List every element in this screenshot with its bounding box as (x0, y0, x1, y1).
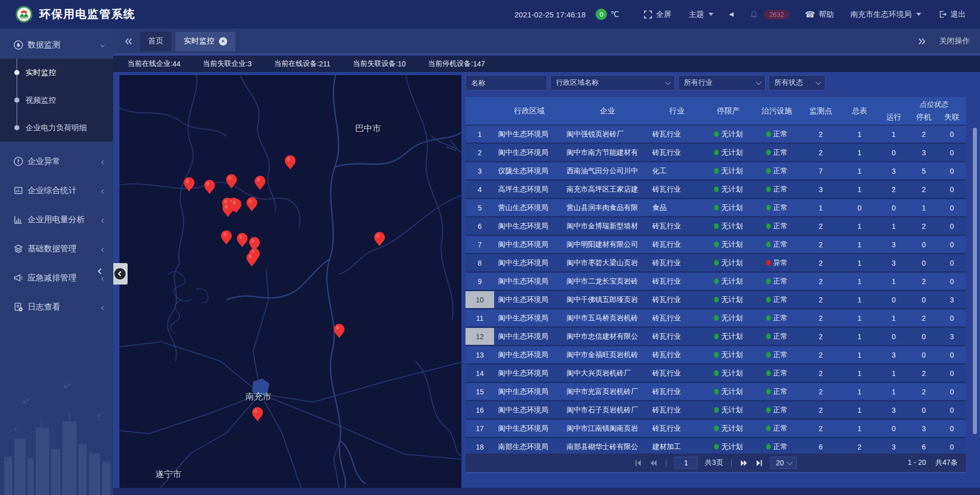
cell-industry: 砖瓦行业 (650, 420, 703, 437)
logout-button[interactable]: 退出 (939, 10, 966, 19)
cell-lost: 0 (938, 310, 966, 326)
sidebar-item-emergency-reduction[interactable]: 应急减排管理 (0, 264, 113, 292)
table-row[interactable]: 5营山生态环境局营山县润丰肉食品有限食品无计划正常10010 (465, 199, 966, 218)
map-marker-pin[interactable] (255, 176, 265, 190)
tab-home[interactable]: 首页 (140, 32, 172, 51)
sidebar-item-basic-data[interactable]: 基础数据管理 (0, 235, 113, 263)
map-collapse-button[interactable] (112, 263, 128, 285)
table-row[interactable]: 12阆中生态环境局阆中市忠信建材有限公砖瓦行业无计划正常21003 (465, 328, 966, 346)
cell-production-status: 无计划 (703, 310, 753, 326)
normal-dot-icon (714, 352, 719, 358)
page-number-input[interactable] (674, 457, 698, 469)
sidebar-item-electricity-analysis[interactable]: 企业用电量分析 (0, 206, 113, 233)
map-marker-pin[interactable] (247, 252, 257, 267)
table-row[interactable]: 7阆中生态环境局阆中明阳建材有限公司砖瓦行业无计划正常21300 (465, 236, 966, 254)
map-marker-pin[interactable] (223, 203, 233, 217)
table-row[interactable]: 2阆中生态环境局阆中市南方节能建材有砖瓦行业无计划正常21030 (465, 144, 966, 162)
tab-realtime-monitoring[interactable]: 实时监控 ✕ (176, 32, 235, 51)
cell-production-status: 无计划 (703, 162, 753, 179)
map-marker-pin[interactable] (285, 155, 296, 170)
name-filter-input[interactable] (471, 79, 542, 87)
map-marker-pin[interactable] (237, 233, 248, 247)
previous-page-button[interactable] (649, 459, 658, 467)
industry-filter-select[interactable]: 所有行业 (678, 75, 766, 90)
first-page-button[interactable] (634, 459, 642, 467)
status-filter-select[interactable]: 所有状态 (769, 75, 825, 90)
table-row[interactable]: 8阆中生态环境局阆中市枣碧大梁山页岩砖瓦行业无计划异常21300 (465, 254, 966, 273)
brand: 环保用电监管系统 (0, 6, 135, 23)
table-row[interactable]: 16阆中生态环境局阆中市石子页岩机砖厂砖瓦行业无计划正常21300 (465, 402, 966, 420)
normal-dot-icon (766, 315, 771, 321)
cell-points: 2 (800, 144, 841, 161)
map-marker-pin[interactable] (184, 177, 194, 192)
cell-points: 2 (800, 236, 841, 253)
layers-icon (13, 244, 23, 254)
cell-run: 0 (878, 199, 910, 216)
theme-menu[interactable]: 主题 (689, 10, 714, 19)
help-button[interactable]: ☎ 帮助 (805, 10, 834, 19)
close-operations-button[interactable]: 关闭操作 (939, 36, 970, 46)
chevron-down-icon (787, 459, 793, 465)
cell-lost: 0 (938, 402, 966, 418)
table-row[interactable]: 18南部生态环境局南部县砌华士砖有限公建材加工无计划正常62360 (465, 438, 966, 454)
sidebar-item-log-view[interactable]: 日志查看 (0, 293, 113, 321)
map-marker-pin[interactable] (247, 197, 257, 211)
sound-button[interactable] (729, 11, 737, 18)
cell-stop: 3 (910, 144, 938, 161)
map-marker-pin[interactable] (334, 324, 345, 338)
next-page-button[interactable] (740, 459, 748, 467)
sidebar-item-enterprise-statistics[interactable]: 企业综合统计 (0, 177, 113, 204)
normal-dot-icon (714, 242, 719, 247)
cell-facility-status: 正常 (753, 438, 800, 454)
cell-run: 3 (878, 236, 910, 253)
table-row[interactable]: 14阆中生态环境局阆中大兴页岩机砖厂砖瓦行业无计划正常21120 (465, 365, 966, 383)
stat-value: 147 (473, 60, 485, 68)
cell-production-status: 无计划 (703, 144, 753, 161)
table-row[interactable]: 4高坪生态环境局南充市高坪区王家店建砖瓦行业无计划正常31220 (465, 181, 966, 199)
cell-region: 阆中生态环境局 (494, 328, 565, 345)
table-row[interactable]: 17阆中生态环境局阆中市江南镇阆南页岩砖瓦行业无计划正常21030 (465, 420, 966, 438)
cell-region: 阆中生态环境局 (494, 218, 565, 234)
table-scrollbar[interactable] (973, 128, 977, 434)
tabs-scroll-left-button[interactable] (125, 38, 133, 45)
map-marker-pin[interactable] (204, 180, 215, 194)
fullscreen-button[interactable]: 全屏 (644, 10, 671, 19)
page-size-select[interactable]: 20 (770, 457, 797, 469)
map-marker-pin[interactable] (221, 230, 232, 245)
table-row[interactable]: 15阆中生态环境局阆中市光富页岩机砖厂砖瓦行业无计划正常21120 (465, 383, 966, 402)
map-canvas[interactable]: 巴中市南充市遂宁市 (119, 75, 461, 488)
map-marker-pin[interactable] (226, 174, 237, 188)
sidebar-item-realtime-monitoring[interactable]: 实时监控 (0, 59, 113, 86)
cell-region: 阆中生态环境局 (494, 420, 565, 437)
sidebar-item-video-monitoring[interactable]: 视频监控 (0, 86, 113, 114)
panel-collapse-chevron-icon[interactable] (97, 268, 103, 277)
notifications-button[interactable]: 2632 (750, 10, 790, 19)
tab-close-icon[interactable]: ✕ (219, 37, 227, 45)
cell-meter: 1 (841, 328, 878, 345)
table-body: 1阆中生态环境局阆中强锐页岩砖厂砖瓦行业无计划正常211202阆中生态环境局阆中… (465, 126, 966, 454)
cell-facility-status: 正常 (753, 144, 800, 161)
last-page-button[interactable] (755, 459, 763, 467)
table-row[interactable]: 9阆中生态环境局阆中市二龙长宝页岩砖砖瓦行业无计划正常21120 (465, 273, 966, 291)
table-row[interactable]: 11阆中生态环境局阆中市五马桥页岩机砖砖瓦行业无计划正常21120 (465, 310, 966, 328)
tabs-scroll-right-button[interactable] (918, 38, 926, 45)
table-row[interactable]: 6阆中生态环境局阆中市金博瑞新型墙材砖瓦行业无计划正常21120 (465, 218, 966, 236)
normal-dot-icon (714, 389, 719, 394)
cell-stop: 2 (910, 126, 938, 143)
region-filter-select[interactable]: 行政区域名称 (550, 75, 675, 90)
table-row[interactable]: 3仪陇生态环境局西南油气田分公司川中化工无计划正常71350 (465, 162, 966, 181)
cell-industry: 砖瓦行业 (650, 181, 703, 198)
cell-industry: 砖瓦行业 (650, 254, 703, 271)
org-menu[interactable]: 南充市生态环境局 (850, 10, 921, 19)
map-marker-pin[interactable] (252, 407, 263, 421)
cell-stop: 2 (910, 218, 938, 234)
sidebar-item-power-load-detail[interactable]: 企业电力负荷明细 (0, 114, 113, 142)
table-row[interactable]: 13阆中生态环境局阆中市金福旺页岩机砖砖瓦行业无计划正常21300 (465, 346, 966, 365)
normal-dot-icon (714, 334, 719, 339)
col-index (465, 97, 494, 125)
map-marker-pin[interactable] (374, 232, 385, 246)
sidebar-item-data-monitoring[interactable]: 数据监测 (0, 31, 113, 59)
sidebar-item-enterprise-abnormal[interactable]: 企业异常 (0, 148, 113, 175)
table-row[interactable]: 10阆中生态环境局阆中千佛镇五郎垭页岩砖瓦行业无计划正常21003 (465, 291, 966, 310)
table-row[interactable]: 1阆中生态环境局阆中强锐页岩砖厂砖瓦行业无计划正常21120 (465, 126, 966, 144)
